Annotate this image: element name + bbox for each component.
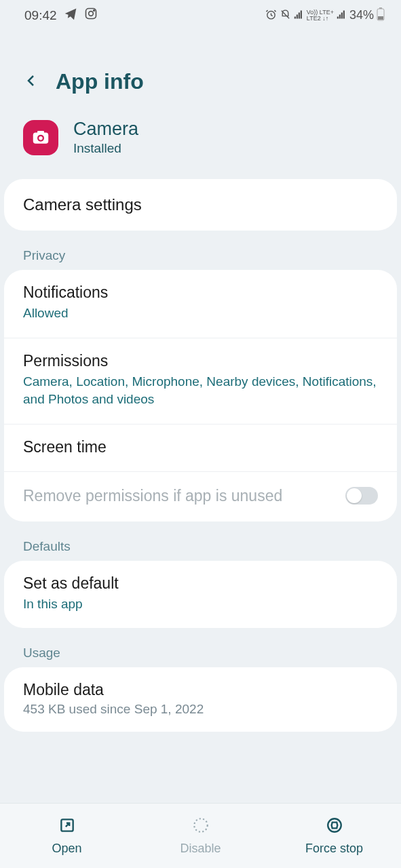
camera-settings-button[interactable]: Camera settings [4,179,397,231]
svg-rect-13 [379,7,382,9]
force-stop-icon [326,816,343,837]
svg-rect-6 [299,12,300,18]
svg-rect-9 [339,14,341,18]
signal-icon-1 [294,9,304,22]
svg-point-2 [93,10,94,12]
set-default-button[interactable]: Set as default In this app [4,561,397,629]
permissions-button[interactable]: Permissions Camera, Location, Microphone… [4,338,397,425]
section-usage: Usage [0,636,401,667]
disable-label: Disable [180,842,221,856]
svg-marker-23 [331,822,337,828]
svg-point-19 [45,134,47,136]
notifications-title: Notifications [23,283,378,302]
open-label: Open [52,842,81,856]
section-defaults: Defaults [0,530,401,561]
status-time: 09:42 [24,8,57,23]
screen-time-title: Screen time [23,438,378,456]
svg-point-22 [328,818,341,832]
svg-rect-4 [294,16,296,18]
force-stop-label: Force stop [305,842,363,856]
force-stop-button[interactable]: Force stop [267,804,401,868]
svg-rect-5 [297,14,298,18]
camera-settings-label: Camera settings [23,195,378,214]
app-name: Camera [73,119,138,140]
app-install-status: Installed [73,141,138,156]
lte-indicator: Vo)) LTE+LTE2 ↓↑ [307,9,334,22]
back-icon[interactable] [23,73,39,92]
app-header: Camera Installed [0,106,401,175]
section-privacy: Privacy [0,239,401,270]
svg-rect-18 [37,131,44,134]
header: App info [0,37,401,106]
open-button[interactable]: Open [0,804,134,868]
svg-rect-8 [337,16,339,18]
battery-icon [377,7,385,23]
notifications-button[interactable]: Notifications Allowed [4,270,397,338]
remove-permissions-row: Remove permissions if app is unused [4,472,397,521]
page-title: App info [56,69,144,94]
alarm-icon [265,9,277,22]
instagram-icon [84,7,98,24]
vibrate-icon [280,9,291,22]
svg-point-21 [194,818,208,832]
mobile-data-sub: 453 KB used since Sep 1, 2022 [23,702,378,717]
svg-rect-10 [341,12,343,18]
notifications-sub: Allowed [23,304,378,323]
permissions-sub: Camera, Location, Microphone, Nearby dev… [23,373,378,409]
disable-icon [192,816,210,837]
bottom-action-bar: Open Disable Force stop [0,803,401,868]
status-bar: 09:42 Vo)) LTE+LTE2 ↓↑ 34% [0,0,401,28]
svg-point-17 [39,136,43,140]
mobile-data-title: Mobile data [23,681,378,699]
screen-time-button[interactable]: Screen time [4,425,397,472]
battery-percent: 34% [349,8,374,22]
svg-rect-7 [301,10,302,18]
permissions-title: Permissions [23,352,378,370]
remove-permissions-toggle[interactable] [345,487,378,505]
svg-rect-14 [378,16,383,20]
toggle-knob [347,488,362,503]
set-default-title: Set as default [23,574,378,593]
disable-button: Disable [134,804,267,868]
remove-permissions-title: Remove permissions if app is unused [23,486,282,507]
signal-icon-2 [337,9,347,22]
telegram-icon [64,7,77,24]
set-default-sub: In this app [23,595,378,614]
svg-point-1 [88,12,93,16]
camera-app-icon [23,120,58,155]
svg-rect-11 [343,10,345,18]
mobile-data-button[interactable]: Mobile data 453 KB used since Sep 1, 202… [4,667,397,732]
open-icon [58,816,76,837]
